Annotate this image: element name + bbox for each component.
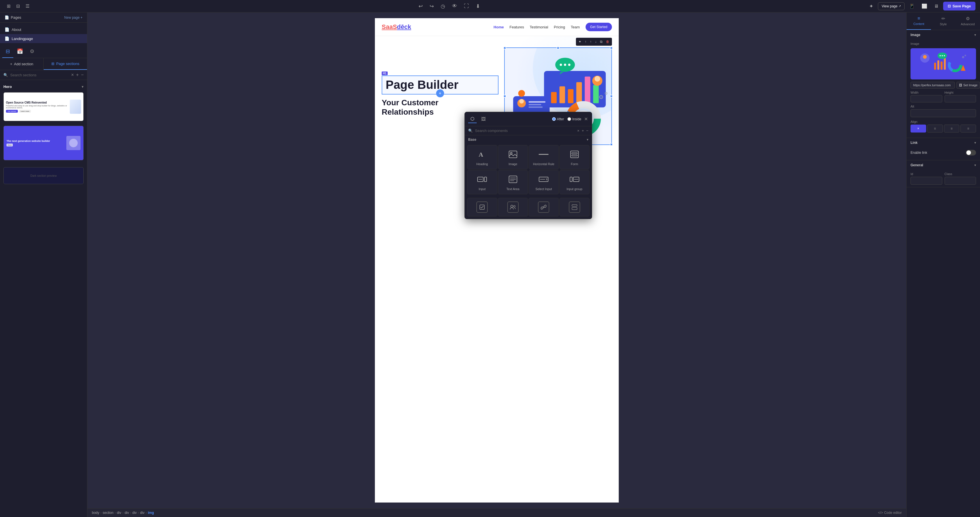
tablet-device-btn[interactable]: ⬜: [919, 2, 929, 10]
preview-btn[interactable]: 👁: [450, 2, 460, 10]
section-thumb-white[interactable]: Open Source CMS Reinvented Powerful and …: [3, 92, 84, 121]
sidebar-pages-header: 📄 Pages New page +: [0, 13, 87, 23]
move-down-btn[interactable]: ↓: [593, 39, 598, 45]
delete-img-btn[interactable]: 🗑: [605, 39, 611, 45]
panel-section-general-header[interactable]: General ▾: [907, 160, 980, 170]
picker-item-user-group[interactable]: [498, 198, 528, 217]
picker-item-textarea[interactable]: Text Area: [498, 170, 528, 195]
panel-section-image-header[interactable]: Image ▾: [907, 30, 980, 40]
page-item-landingpage[interactable]: 📄 Landingpage: [0, 34, 87, 43]
panel-section-link-header[interactable]: Link ▾: [907, 138, 980, 148]
mobile-device-btn[interactable]: 📱: [907, 2, 917, 10]
enable-link-toggle[interactable]: [966, 150, 976, 155]
save-page-button[interactable]: ⊡ Save Page: [943, 2, 975, 11]
picker-close-btn[interactable]: ✕: [584, 116, 589, 122]
breadcrumb-div3[interactable]: div: [132, 511, 137, 515]
code-editor-button[interactable]: </> Code editor: [878, 511, 902, 515]
undo-btn[interactable]: ↩: [416, 2, 425, 11]
breadcrumb-body[interactable]: body: [92, 511, 99, 515]
add-element-btn[interactable]: +: [436, 89, 444, 97]
picker-item-heading[interactable]: A Heading: [467, 145, 497, 169]
picker-search-input[interactable]: [475, 129, 575, 133]
handle-tr[interactable]: [610, 46, 613, 49]
radio-inside[interactable]: Inside: [567, 117, 581, 121]
picker-clear-search-btn[interactable]: ×: [578, 129, 580, 133]
fullscreen-btn[interactable]: ⛶: [461, 2, 471, 10]
picker-item-section[interactable]: [560, 198, 590, 217]
align-btn-left[interactable]: ×: [910, 124, 926, 132]
download-btn[interactable]: ⬇: [474, 2, 482, 11]
nav-link-team[interactable]: Team: [571, 25, 580, 29]
breadcrumb-img[interactable]: img: [148, 511, 154, 515]
picker-add-btn[interactable]: +: [582, 129, 584, 133]
search-sections-input[interactable]: [10, 73, 69, 77]
alt-input[interactable]: [910, 109, 976, 117]
panels-btn[interactable]: ⊟: [14, 2, 22, 10]
handle-lm[interactable]: [503, 95, 506, 97]
menu-btn[interactable]: ⊞: [5, 2, 13, 10]
section-thumb-blue[interactable]: The next generation website builder Butt…: [3, 126, 84, 160]
right-tab-advanced[interactable]: ⚙ Advanced: [956, 13, 980, 30]
nav-cta-button[interactable]: Get Started: [585, 23, 612, 31]
sidebar-tab-calendar[interactable]: 📅: [13, 45, 26, 58]
nav-link-testimonial[interactable]: Testimonial: [530, 25, 548, 29]
breadcrumb-div2[interactable]: div: [124, 511, 129, 515]
picker-tab-components[interactable]: ⬡: [468, 115, 477, 123]
right-tab-content[interactable]: ≡ Content: [907, 13, 931, 30]
move-up-btn[interactable]: ↑: [583, 39, 588, 45]
view-page-button[interactable]: View page ↗: [878, 2, 905, 10]
page-sections-button[interactable]: ⊞ Page sections: [44, 58, 87, 70]
add-section-button[interactable]: + Add section: [0, 58, 44, 70]
right-tab-style[interactable]: ✏ Style: [931, 13, 955, 30]
breadcrumb-div1[interactable]: div: [117, 511, 121, 515]
breadcrumb-section[interactable]: section: [103, 511, 113, 515]
align-btn-center[interactable]: ≡: [927, 124, 943, 132]
move-img-btn[interactable]: ✦: [577, 39, 583, 45]
picker-item-checkbox[interactable]: [467, 198, 497, 217]
picker-item-link[interactable]: [528, 198, 559, 217]
nav-link-features[interactable]: Features: [509, 25, 524, 29]
handle-rm[interactable]: [610, 95, 613, 97]
set-image-button[interactable]: 🖼 Set Image: [956, 82, 980, 89]
picker-item-hr[interactable]: Horizontal Rule: [528, 145, 559, 169]
handle-br[interactable]: [610, 143, 613, 146]
move-up2-btn[interactable]: ↑: [589, 39, 593, 45]
redo-btn[interactable]: ↪: [427, 2, 436, 11]
radio-after[interactable]: After: [552, 117, 564, 121]
new-page-button[interactable]: New page +: [64, 16, 83, 19]
image-url-input[interactable]: [910, 82, 955, 89]
section-thumb-dark[interactable]: Dark section preview: [3, 167, 84, 184]
canvas-scroll[interactable]: SaaSdēck Home Features Testimonial Prici…: [88, 13, 906, 508]
sidebar-btn[interactable]: ☰: [23, 2, 32, 10]
align-btn-justify[interactable]: ≡: [961, 124, 976, 132]
width-input[interactable]: [910, 95, 942, 102]
id-input[interactable]: [910, 177, 942, 185]
picker-collapse-btn[interactable]: −: [586, 129, 589, 133]
duplicate-btn[interactable]: ⧉: [598, 39, 604, 45]
breadcrumb-div4[interactable]: div: [140, 511, 144, 515]
nav-link-home[interactable]: Home: [494, 25, 504, 29]
picker-item-select[interactable]: Select Input: [528, 170, 559, 195]
picker-item-input-group[interactable]: Input group: [560, 170, 590, 195]
height-input[interactable]: [945, 95, 976, 102]
style-tab-icon: ✏: [942, 16, 945, 21]
picker-tab-image[interactable]: 🖼: [479, 115, 488, 123]
picker-item-image[interactable]: Image: [498, 145, 528, 169]
sun-icon-btn[interactable]: ✦: [867, 2, 876, 11]
handle-tm[interactable]: [557, 46, 560, 49]
picker-item-input[interactable]: Input: [467, 170, 497, 195]
sidebar-tab-settings[interactable]: ⚙: [26, 45, 38, 58]
clear-search-btn[interactable]: ×: [71, 72, 74, 77]
section-group-hero[interactable]: Hero ▾: [0, 82, 87, 91]
align-btn-right[interactable]: ≡: [944, 124, 959, 132]
handle-tl[interactable]: [503, 46, 506, 49]
sidebar-tab-layers[interactable]: ⊟: [2, 45, 13, 58]
picker-item-form[interactable]: Form: [560, 145, 590, 169]
nav-link-pricing[interactable]: Pricing: [554, 25, 565, 29]
desktop-device-btn[interactable]: 🖥: [932, 3, 941, 10]
add-section-small-btn[interactable]: +: [76, 72, 78, 77]
page-item-about[interactable]: 📄 About: [0, 25, 87, 34]
class-input[interactable]: [945, 177, 976, 185]
collapse-section-btn[interactable]: −: [81, 72, 84, 77]
history-btn[interactable]: ◷: [438, 2, 447, 11]
